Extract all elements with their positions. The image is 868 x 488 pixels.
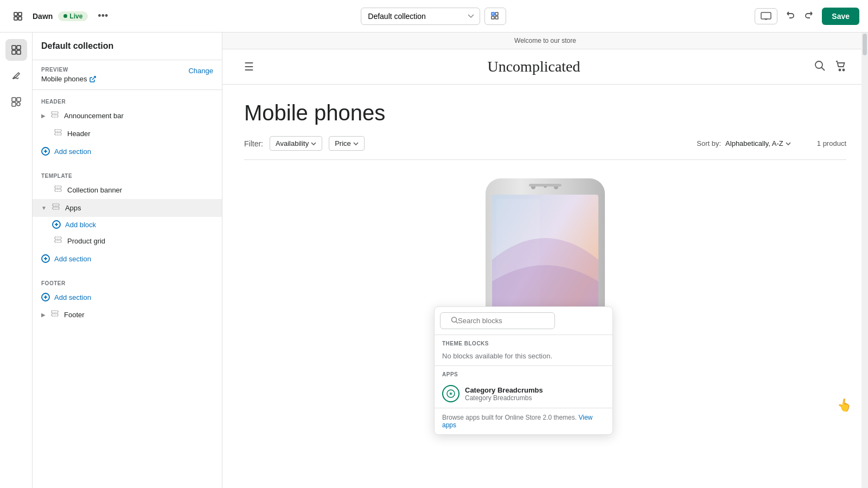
cart-icon[interactable]: [834, 60, 846, 74]
add-block-label: Add block: [65, 221, 96, 229]
category-breadcrumbs-app-icon: [442, 385, 459, 402]
popup-footer: Browse apps built for Online Store 2.0 t…: [435, 408, 612, 434]
popup-footer-text: Browse apps built for Online Store 2.0 t…: [442, 414, 577, 421]
svg-rect-13: [12, 50, 16, 54]
svg-rect-33: [55, 237, 61, 239]
svg-point-45: [839, 69, 841, 70]
scrollbar-thumb[interactable]: [863, 34, 867, 55]
svg-rect-52: [529, 184, 561, 187]
collection-dropdown[interactable]: Default collection: [361, 8, 480, 25]
svg-rect-7: [495, 16, 498, 19]
external-link-icon: [90, 76, 96, 82]
svg-point-59: [450, 393, 452, 395]
store-nav: ☰ Uncomplicated: [222, 49, 868, 85]
header-add-section-button[interactable]: Add section: [33, 143, 222, 160]
template-section-label: TEMPLATE: [33, 169, 222, 181]
breadcrumbs-icon: [446, 389, 455, 398]
theme-blocks-section: THEME BLOCKS No blocks available for thi…: [435, 335, 612, 365]
product-grid-item[interactable]: Product grid: [33, 232, 222, 250]
blocks-popup: THEME BLOCKS No blocks available for thi…: [434, 306, 613, 435]
preview-value: Mobile phones: [41, 75, 213, 83]
svg-point-46: [843, 69, 845, 70]
template-add-section-label: Add section: [54, 255, 91, 263]
back-button[interactable]: [9, 9, 27, 23]
topbar-left: Dawn Live •••: [9, 8, 112, 24]
header-add-section-label: Add section: [54, 147, 91, 156]
collection-banner-item[interactable]: Collection banner: [33, 181, 222, 199]
apps-icon-button[interactable]: [5, 91, 27, 113]
change-link[interactable]: Change: [188, 67, 213, 75]
footer-section-label: FOOTER: [33, 276, 222, 288]
header-item[interactable]: Header: [33, 125, 222, 143]
collection-banner-label: Collection banner: [67, 186, 122, 194]
search-blocks-input[interactable]: [440, 312, 555, 329]
preview-label: PREVIEW: [41, 67, 68, 73]
svg-rect-34: [55, 240, 61, 242]
svg-rect-8: [761, 12, 771, 19]
add-block-icon: [52, 220, 61, 229]
template-add-icon: [41, 254, 50, 263]
svg-rect-29: [53, 207, 59, 209]
announcement-bar-icon: [50, 111, 60, 120]
sections-icon-button[interactable]: [5, 39, 27, 61]
panel-title: Default collection: [41, 41, 113, 51]
svg-rect-5: [495, 12, 498, 15]
template-add-section-button[interactable]: Add section: [33, 250, 222, 267]
svg-rect-3: [18, 17, 22, 20]
svg-rect-19: [52, 112, 58, 114]
brush-icon-button[interactable]: [5, 65, 27, 87]
svg-rect-27: [55, 189, 61, 191]
svg-rect-2: [14, 17, 17, 20]
popup-search-row: [435, 307, 612, 335]
svg-rect-15: [12, 98, 16, 101]
announcement-bar-item[interactable]: ▶ Announcement bar: [33, 107, 222, 125]
no-blocks-text: No blocks available for this section.: [435, 349, 612, 365]
svg-rect-0: [14, 12, 17, 16]
live-dot: [63, 14, 67, 18]
save-button[interactable]: Save: [822, 8, 859, 25]
topbar-right: Save: [755, 8, 859, 25]
preview-section: PREVIEW Change Mobile phones: [33, 60, 222, 90]
footer-icon: [50, 310, 60, 319]
popup-search-wrapper: [440, 312, 607, 329]
top-bar: Dawn Live ••• Default collection: [0, 0, 868, 33]
category-breadcrumbs-sub: Category Breadcrumbs: [465, 394, 543, 402]
filter-bar: Filter: Availability Price Sort by: Alph…: [244, 136, 846, 160]
filter-label: Filter:: [244, 139, 263, 148]
svg-rect-14: [17, 50, 21, 54]
store-announcement: Welcome to our store: [222, 33, 868, 49]
desktop-preview-button[interactable]: [755, 8, 777, 24]
svg-rect-22: [55, 133, 61, 135]
selection-mode-button[interactable]: [484, 8, 506, 25]
category-breadcrumbs-item[interactable]: Category Breadcrumbs Category Breadcrumb…: [435, 380, 612, 408]
svg-rect-21: [55, 130, 61, 132]
footer-item[interactable]: ▶ Footer: [33, 306, 222, 324]
announcement-bar-chevron: ▶: [41, 113, 46, 119]
svg-rect-4: [492, 12, 494, 15]
svg-rect-26: [55, 186, 61, 188]
topbar-center: Default collection: [119, 8, 748, 25]
redo-button[interactable]: [802, 8, 816, 24]
apps-label: Apps: [65, 204, 81, 212]
apps-item[interactable]: ▼ Apps: [33, 199, 222, 217]
more-button[interactable]: •••: [93, 8, 112, 24]
product-grid-label: Product grid: [67, 237, 105, 245]
undo-button[interactable]: [783, 8, 797, 24]
category-breadcrumbs-info: Category Breadcrumbs Category Breadcrumb…: [465, 386, 543, 402]
scrollbar-track[interactable]: [861, 33, 868, 488]
header-icon: [53, 129, 63, 138]
sort-value[interactable]: Alphabetically, A-Z: [725, 139, 791, 147]
footer-add-section-button[interactable]: Add section: [33, 288, 222, 306]
product-count: 1 product: [817, 139, 846, 147]
add-block-button[interactable]: Add block: [33, 217, 222, 232]
hamburger-icon[interactable]: ☰: [244, 60, 254, 73]
availability-filter[interactable]: Availability: [270, 136, 322, 151]
price-filter[interactable]: Price: [329, 136, 365, 151]
store-nav-icons: [814, 60, 846, 74]
search-icon[interactable]: [814, 60, 826, 74]
svg-rect-11: [12, 46, 16, 49]
svg-line-44: [821, 67, 825, 70]
product-grid-icon: [53, 236, 63, 246]
svg-rect-16: [17, 98, 21, 101]
svg-rect-17: [12, 102, 16, 106]
